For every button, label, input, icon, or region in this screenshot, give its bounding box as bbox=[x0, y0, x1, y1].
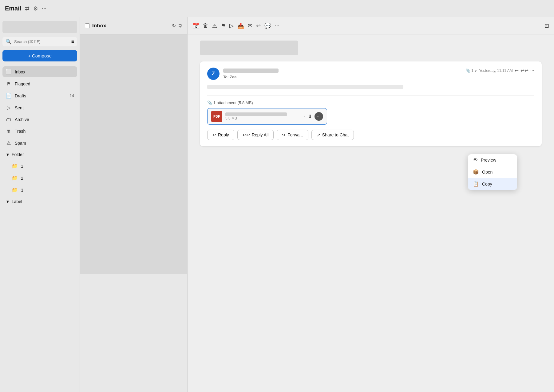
flag-icon[interactable]: ⚑ bbox=[221, 22, 226, 29]
reply-all-quick-icon[interactable]: ↩↩ bbox=[520, 68, 528, 73]
search-icon: 🔍 bbox=[6, 39, 12, 45]
folder-icon: 📁 bbox=[12, 175, 18, 181]
content-panel: 📅 🗑 ⚠ ⚑ ▷ 📤 ✉ ↩ 💬 ··· ⊡ Z bbox=[188, 17, 554, 392]
copy-label: Copy bbox=[482, 182, 492, 186]
folder-icon: 📁 bbox=[12, 163, 18, 169]
calendar-icon[interactable]: 📅 bbox=[192, 22, 199, 29]
sender-name-row: 📎 1 ∨ Yesterday, 11:11 AM ↩ ↩↩ ··· bbox=[223, 68, 534, 73]
email-time: Yesterday, 11:11 AM bbox=[479, 69, 512, 73]
spam-icon: ⚠ bbox=[6, 140, 12, 146]
share-to-chat-label: Share to Chat bbox=[322, 132, 349, 137]
search-input[interactable] bbox=[14, 39, 69, 44]
delete-icon[interactable]: 🗑 bbox=[203, 22, 208, 29]
email-list bbox=[80, 34, 187, 392]
reply-actions: ↩ Reply ↩↩ Reply All ↪ Forwa... ↗ Share … bbox=[207, 130, 534, 140]
archive-icon[interactable]: 📤 bbox=[237, 22, 244, 29]
label-section-label: Label bbox=[12, 199, 22, 204]
trash-icon: 🗑 bbox=[6, 128, 12, 134]
email-subject-blurred bbox=[200, 41, 298, 55]
context-menu-item-open[interactable]: 📦 Open bbox=[468, 166, 517, 178]
email-content-area: Z 📎 1 ∨ Yesterday, 11:11 AM ↩ ↩↩ bbox=[188, 34, 554, 392]
attachment-item[interactable]: PDF 5.8 MB · ⬇ ··· bbox=[207, 108, 327, 125]
folder-section-label: Folder bbox=[12, 152, 24, 157]
sidebar-item-drafts[interactable]: 📄 Drafts 14 bbox=[2, 90, 77, 101]
sidebar-item-flagged[interactable]: ⚑ Flagged bbox=[2, 78, 77, 89]
forward-btn-icon: ↪ bbox=[282, 132, 286, 137]
email-time-row: 📎 1 ∨ Yesterday, 11:11 AM ↩ ↩↩ ··· bbox=[466, 68, 534, 73]
app-title: Email bbox=[5, 5, 21, 12]
sidebar-item-label: Inbox bbox=[15, 69, 25, 74]
list-header: Inbox ↻ ⊋ bbox=[80, 17, 187, 34]
reply-quick-icon[interactable]: ↩ bbox=[515, 68, 519, 73]
reply-icon[interactable]: ↩ bbox=[256, 22, 261, 29]
copy-icon: 📋 bbox=[473, 181, 479, 187]
chat-icon[interactable]: 💬 bbox=[264, 22, 271, 29]
context-menu-item-preview[interactable]: 👁 Preview bbox=[468, 154, 517, 166]
folder-section-header[interactable]: ▼ Folder bbox=[2, 150, 77, 159]
attachment-section: 📎 1 attachment (5.8 MB) PDF 5.8 MB · bbox=[207, 95, 534, 125]
attachment-more-button[interactable]: ··· bbox=[315, 112, 323, 121]
more-toolbar-icon[interactable]: ··· bbox=[275, 22, 279, 29]
sidebar-item-spam[interactable]: ⚠ Spam bbox=[2, 138, 77, 148]
folder-item-label: 2 bbox=[21, 176, 23, 181]
sidebar-item-folder-3[interactable]: 📁 3 bbox=[2, 185, 77, 195]
preview-label: Preview bbox=[481, 158, 496, 163]
split-icon[interactable]: ⊡ bbox=[544, 22, 549, 29]
email-toolbar: 📅 🗑 ⚠ ⚑ ▷ 📤 ✉ ↩ 💬 ··· ⊡ bbox=[188, 17, 554, 34]
folder-item-label: 3 bbox=[21, 188, 23, 193]
forward-button[interactable]: ↪ Forwa... bbox=[277, 130, 308, 140]
open-label: Open bbox=[482, 170, 493, 174]
sidebar-item-inbox[interactable]: ⬜ Inbox bbox=[2, 66, 77, 77]
top-bar: Email ⇄ ⚙ ··· bbox=[0, 0, 554, 17]
sidebar-item-folder-2[interactable]: 📁 2 bbox=[2, 173, 77, 183]
context-menu-item-copy[interactable]: 📋 Copy bbox=[468, 178, 517, 190]
share-to-chat-button[interactable]: ↗ Share to Chat bbox=[311, 130, 354, 140]
list-title: Inbox bbox=[92, 23, 169, 29]
reply-all-btn-label: Reply All bbox=[252, 132, 268, 137]
compose-label: + Compose bbox=[28, 53, 52, 58]
more-message-icon[interactable]: ··· bbox=[530, 68, 534, 73]
sidebar: 🔍 ≡ + Compose ⬜ Inbox ⚑ Flagged 📄 Drafts… bbox=[0, 17, 80, 392]
preview-icon: 👁 bbox=[473, 157, 478, 163]
refresh-icon[interactable]: ↻ bbox=[172, 23, 176, 29]
sidebar-item-label: Spam bbox=[15, 141, 26, 146]
sidebar-item-sent[interactable]: ▷ Sent bbox=[2, 102, 77, 113]
attachment-name-blurred bbox=[225, 112, 287, 116]
switch-icon[interactable]: ⇄ bbox=[25, 5, 30, 12]
flagged-icon: ⚑ bbox=[6, 81, 12, 87]
download-icon[interactable]: ⬇ bbox=[308, 114, 312, 120]
reply-all-button[interactable]: ↩↩ Reply All bbox=[237, 130, 274, 140]
more-icon[interactable]: ··· bbox=[42, 5, 46, 12]
sidebar-item-archive[interactable]: 🗃 Archive bbox=[2, 114, 77, 125]
label-section-header[interactable]: ▼ Label bbox=[2, 197, 77, 206]
paperclip-icon: 📎 bbox=[207, 100, 212, 105]
drafts-icon: 📄 bbox=[6, 93, 12, 99]
compose-button[interactable]: + Compose bbox=[2, 50, 77, 61]
email-list-item[interactable] bbox=[80, 34, 187, 274]
avatar: Z bbox=[207, 68, 220, 80]
email-meta: Z 📎 1 ∨ Yesterday, 11:11 AM ↩ ↩↩ bbox=[207, 68, 534, 80]
email-to: To: Zea bbox=[223, 75, 534, 79]
filter-icon[interactable]: ≡ bbox=[71, 39, 74, 45]
list-panel: Inbox ↻ ⊋ bbox=[80, 17, 188, 392]
filter-icon[interactable]: ⊋ bbox=[178, 23, 182, 29]
mark-icon[interactable]: ✉ bbox=[248, 22, 252, 29]
attachment-indicator: 📎 1 ∨ bbox=[466, 69, 477, 73]
warning-icon[interactable]: ⚠ bbox=[212, 22, 217, 29]
sidebar-scroll-area bbox=[2, 21, 77, 33]
inbox-icon: ⬜ bbox=[6, 69, 12, 75]
context-menu: 👁 Preview 📦 Open 📋 Copy bbox=[468, 154, 517, 190]
select-all-checkbox[interactable] bbox=[85, 23, 90, 28]
move-icon[interactable]: ▷ bbox=[229, 22, 234, 29]
search-bar[interactable]: 🔍 ≡ bbox=[2, 37, 77, 46]
forward-btn-label: Forwa... bbox=[287, 132, 303, 137]
sidebar-item-folder-1[interactable]: 📁 1 bbox=[2, 161, 77, 171]
drafts-badge: 14 bbox=[70, 93, 74, 98]
attachment-actions: · ⬇ ··· bbox=[304, 112, 323, 121]
attachment-label: 📎 1 attachment (5.8 MB) bbox=[207, 100, 534, 105]
sidebar-item-trash[interactable]: 🗑 Trash bbox=[2, 126, 77, 136]
reply-button[interactable]: ↩ Reply bbox=[207, 130, 234, 140]
settings-icon[interactable]: ⚙ bbox=[33, 5, 38, 12]
archive-icon: 🗃 bbox=[6, 117, 12, 122]
top-bar-left: Email ⇄ ⚙ ··· bbox=[5, 5, 46, 12]
